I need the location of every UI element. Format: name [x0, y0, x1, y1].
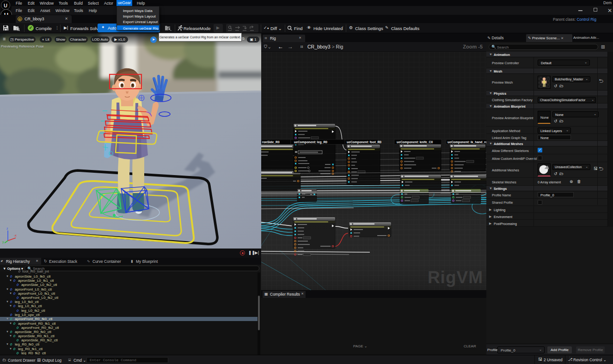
svg-text:ueComponent: leg_R0: ueComponent: leg_R0	[294, 140, 327, 144]
svg-text:y: y	[2, 240, 4, 244]
svg-text:ueComponent: ik_hand_root_C0: ueComponent: ik_hand_root_C0	[447, 140, 486, 144]
svg-text:ueComponent: knife_C0: ueComponent: knife_C0	[397, 140, 433, 144]
svg-text:-x: -x	[14, 234, 17, 237]
svg-text:ronSide_R0: ronSide_R0	[262, 140, 280, 144]
svg-text:ueComponent: foot_R0: ueComponent: foot_R0	[347, 140, 381, 144]
svg-text:z: z	[6, 227, 8, 230]
